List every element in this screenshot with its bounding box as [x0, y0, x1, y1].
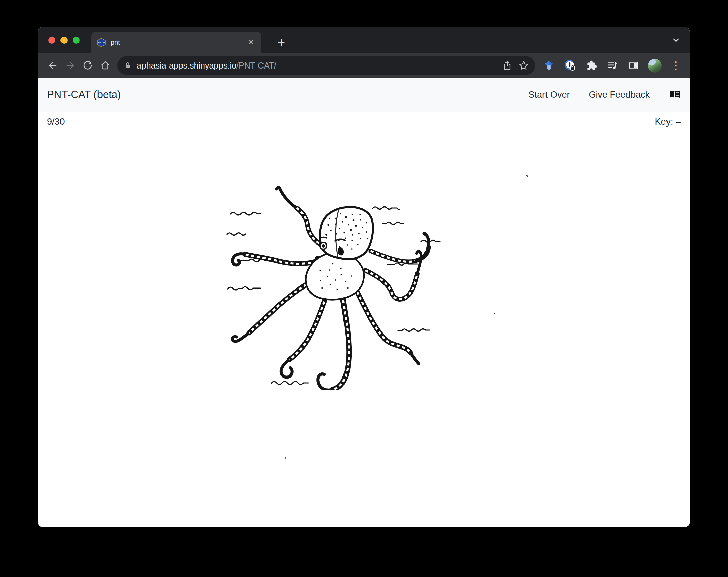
zoom-window-button[interactable] — [73, 36, 80, 44]
tab-close-icon[interactable]: × — [246, 37, 256, 48]
minimize-window-button[interactable] — [60, 36, 68, 44]
tab-search-chevron-icon[interactable] — [671, 35, 681, 45]
browser-window: PNT-CAT pnt × + — [38, 27, 690, 527]
address-bar[interactable]: aphasia-apps.shinyapps.io/PNT-CAT/ — [117, 56, 535, 75]
extension-icons: ⋮ — [541, 58, 684, 73]
tab-strip: PNT-CAT pnt × + — [38, 27, 690, 53]
give-feedback-link[interactable]: Give Feedback — [589, 90, 650, 100]
avatar-photo — [648, 59, 662, 73]
close-window-button[interactable] — [48, 36, 55, 44]
lock-icon[interactable] — [123, 61, 132, 70]
open-book-icon[interactable] — [669, 90, 681, 100]
back-button[interactable] — [44, 57, 61, 74]
home-button[interactable] — [97, 57, 114, 74]
octopus-illustration — [221, 170, 449, 390]
new-tab-button[interactable]: + — [274, 35, 289, 50]
share-icon[interactable] — [502, 60, 512, 71]
scan-artifact — [285, 458, 286, 459]
screenshot-root: { "window": { "traffic_lights": ["#ff5f5… — [0, 0, 728, 577]
app-nav: Start Over Give Feedback — [528, 90, 681, 100]
favicon-text: PNT-CAT — [98, 42, 105, 44]
browser-toolbar: aphasia-apps.shinyapps.io/PNT-CAT/ — [38, 53, 690, 78]
password-manager-extension-icon[interactable] — [562, 58, 578, 73]
app-content: 9/30 Key: – — [38, 112, 690, 527]
bookmark-star-icon[interactable] — [518, 60, 529, 71]
scan-artifact — [494, 313, 495, 314]
url-path: /PNT-CAT/ — [236, 61, 276, 70]
app-header: PNT-CAT (beta) Start Over Give Feedback — [38, 78, 690, 112]
octopus-head — [320, 207, 373, 259]
side-panel-icon[interactable] — [626, 58, 641, 73]
kebab-menu-icon[interactable]: ⋮ — [668, 58, 684, 73]
blue-diamond-extension-icon[interactable] — [541, 58, 556, 73]
profile-avatar[interactable] — [647, 58, 662, 73]
pnt-cat-favicon: PNT-CAT — [97, 38, 106, 47]
reload-button[interactable] — [79, 57, 97, 74]
octopus-body — [306, 253, 364, 300]
tab-title: pnt — [110, 38, 120, 46]
browser-tab[interactable]: PNT-CAT pnt × — [92, 32, 261, 53]
kebab-dots: ⋮ — [671, 60, 681, 71]
start-over-link[interactable]: Start Over — [528, 90, 570, 100]
url-text: aphasia-apps.shinyapps.io/PNT-CAT/ — [137, 61, 276, 71]
page-title: PNT-CAT (beta) — [47, 89, 121, 101]
progress-counter: 9/30 — [47, 116, 65, 127]
extensions-puzzle-icon[interactable] — [583, 58, 599, 73]
url-host: aphasia-apps.shinyapps.io — [137, 61, 236, 70]
scan-artifact — [526, 175, 528, 177]
forward-button[interactable] — [61, 57, 79, 74]
key-indicator: Key: – — [655, 116, 681, 127]
media-playlist-icon[interactable] — [605, 58, 620, 73]
window-controls — [48, 36, 80, 44]
